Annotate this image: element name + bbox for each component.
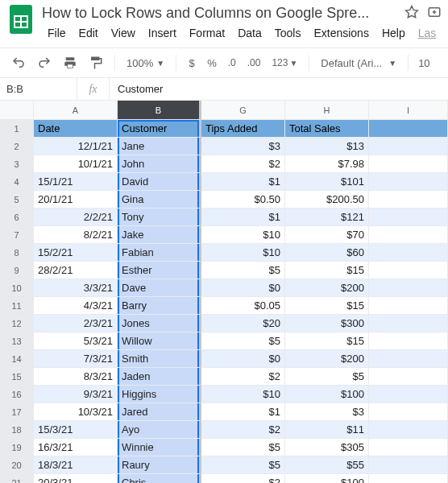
percent-button[interactable]: % (202, 52, 222, 73)
menu-insert[interactable]: Insert (143, 23, 182, 43)
document-title[interactable]: How to Lock Rows and Columns on Google S… (42, 5, 398, 22)
cell[interactable]: $0.05 (201, 297, 285, 315)
cell[interactable]: Jane (118, 138, 201, 155)
cell[interactable]: 8/2/21 (34, 226, 118, 244)
cell[interactable]: $101 (285, 173, 369, 191)
menu-edit[interactable]: Edit (73, 23, 104, 43)
row-header[interactable]: 16 (0, 386, 34, 403)
row-header[interactable]: 8 (0, 244, 34, 262)
cell[interactable]: $200 (285, 350, 369, 368)
cell[interactable]: $2 (201, 368, 285, 386)
cell[interactable]: $60 (285, 244, 369, 262)
cell[interactable]: Fabian (118, 244, 201, 262)
cell[interactable]: Willow (118, 332, 201, 350)
cell[interactable]: John (118, 155, 201, 173)
menu-extensions[interactable]: Extensions (308, 23, 374, 43)
star-icon[interactable] (404, 5, 419, 22)
row-header[interactable]: 11 (0, 297, 34, 315)
redo-button[interactable] (32, 52, 56, 73)
cell[interactable]: 15/3/21 (34, 421, 118, 439)
cell[interactable]: Higgins (118, 386, 201, 403)
cell[interactable]: $0.50 (201, 191, 285, 208)
cell[interactable]: $15 (285, 332, 369, 350)
menu-help[interactable]: Help (376, 23, 411, 43)
cell[interactable] (369, 208, 448, 226)
cell[interactable]: $2 (201, 421, 285, 439)
cell[interactable]: 15/2/21 (34, 244, 118, 262)
cell[interactable]: Raury (118, 456, 201, 474)
cell[interactable]: Jaden (118, 368, 201, 386)
row-header[interactable]: 12 (0, 315, 34, 332)
cell[interactable]: 4/3/21 (34, 297, 118, 315)
cell[interactable]: $10 (201, 386, 285, 403)
cell[interactable] (369, 403, 448, 421)
cell[interactable] (369, 456, 448, 474)
menu-file[interactable]: File (42, 23, 72, 43)
row-header[interactable]: 6 (0, 208, 34, 226)
row-header[interactable]: 20 (0, 456, 34, 474)
menu-last-edit[interactable]: Las (413, 23, 442, 43)
cell[interactable]: 10/1/21 (34, 155, 118, 173)
cell[interactable]: $0 (201, 279, 285, 297)
cell[interactable] (369, 332, 448, 350)
menu-format[interactable]: Format (184, 23, 230, 43)
cell[interactable]: Ayo (118, 421, 201, 439)
decrease-decimal-button[interactable]: .0 (223, 52, 241, 73)
cell[interactable] (369, 191, 448, 208)
cell[interactable]: 18/3/21 (34, 456, 118, 474)
cell[interactable]: 15/1/21 (34, 173, 118, 191)
cell[interactable]: Jake (118, 226, 201, 244)
cell[interactable] (369, 474, 448, 483)
cell[interactable]: David (118, 173, 201, 191)
paint-format-button[interactable] (84, 52, 108, 73)
cell[interactable]: $10 (201, 226, 285, 244)
cell[interactable]: Tips Added (201, 120, 285, 138)
cell[interactable]: $5 (201, 456, 285, 474)
row-header[interactable]: 17 (0, 403, 34, 421)
cell[interactable]: $1 (201, 403, 285, 421)
row-header[interactable]: 14 (0, 350, 34, 368)
cell[interactable]: 12/1/21 (34, 138, 118, 155)
cell[interactable]: 20/1/21 (34, 191, 118, 208)
cell[interactable]: $2 (201, 474, 285, 483)
select-all-corner[interactable] (0, 101, 34, 120)
cell[interactable] (369, 279, 448, 297)
cell[interactable]: 2/2/21 (34, 208, 118, 226)
cell[interactable]: Winnie (118, 439, 201, 456)
cell[interactable] (369, 350, 448, 368)
row-header[interactable]: 2 (0, 138, 34, 155)
cell[interactable]: 3/3/21 (34, 279, 118, 297)
cell[interactable]: Date (34, 120, 118, 138)
cell[interactable]: $1 (201, 173, 285, 191)
cell[interactable]: $0 (201, 350, 285, 368)
cell[interactable]: 10/3/21 (34, 403, 118, 421)
cell[interactable]: 8/3/21 (34, 368, 118, 386)
more-formats-button[interactable]: 123▼ (267, 52, 302, 73)
cell[interactable]: 16/3/21 (34, 439, 118, 456)
cell[interactable]: Tony (118, 208, 201, 226)
cell[interactable]: $200.50 (285, 191, 369, 208)
cell[interactable]: $1 (201, 208, 285, 226)
cell[interactable]: $100 (285, 474, 369, 483)
row-header[interactable]: 15 (0, 368, 34, 386)
cell[interactable]: 20/3/21 (34, 474, 118, 483)
zoom-select[interactable]: 100% ▼ (122, 57, 169, 69)
menu-tools[interactable]: Tools (269, 23, 307, 43)
col-header-g[interactable]: G (201, 101, 285, 120)
row-header[interactable]: 19 (0, 439, 34, 456)
cell[interactable]: $11 (285, 421, 369, 439)
font-select[interactable]: Default (Ari... ▼ (316, 57, 401, 69)
row-header[interactable]: 1 (0, 120, 34, 138)
font-size-input[interactable]: 10 (415, 57, 433, 69)
cell[interactable]: $7.98 (285, 155, 369, 173)
cell[interactable] (369, 120, 448, 138)
cell[interactable]: $200 (285, 279, 369, 297)
cell[interactable]: Total Sales (285, 120, 369, 138)
row-header[interactable]: 7 (0, 226, 34, 244)
cell[interactable] (369, 421, 448, 439)
row-header[interactable]: 3 (0, 155, 34, 173)
row-header[interactable]: 9 (0, 262, 34, 279)
menu-data[interactable]: Data (232, 23, 268, 43)
cell[interactable]: Smith (118, 350, 201, 368)
cell[interactable] (369, 173, 448, 191)
